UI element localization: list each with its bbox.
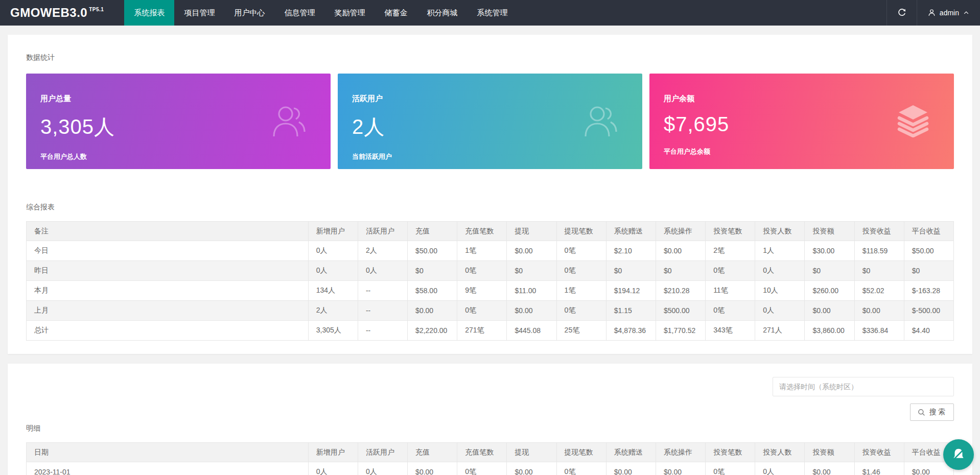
refresh-button[interactable]	[887, 0, 917, 26]
cell: $0.00	[408, 301, 457, 321]
cell: 0笔	[457, 462, 507, 475]
column-header: 提现	[507, 443, 556, 462]
cell: $0.00	[606, 462, 656, 475]
cell: 0笔	[556, 241, 606, 261]
layers-icon	[895, 104, 931, 139]
users-icon	[270, 102, 308, 141]
cell: 上月	[27, 301, 309, 321]
search-button-label: 搜索	[929, 408, 947, 417]
cell: 0笔	[556, 462, 606, 475]
cell: $1.15	[606, 301, 656, 321]
nav-item-6[interactable]: 储蓄金	[375, 0, 417, 26]
cell: $260.00	[805, 281, 854, 301]
cell: 本月	[27, 281, 309, 301]
cell: $0	[656, 261, 705, 281]
username: admin	[940, 9, 959, 17]
nav-item-2[interactable]: 项目管理	[174, 0, 224, 26]
cell: $0.00	[656, 462, 705, 475]
user-dropdown[interactable]: admin	[917, 0, 980, 26]
cell: 11笔	[706, 281, 755, 301]
refresh-icon	[897, 8, 907, 18]
table-row: 本月134人--$58.009笔$11.001笔$194.12$210.2811…	[27, 281, 954, 301]
header-row: 日期新增用户活跃用户充值充值笔数提现提现笔数系统赠送系统操作投资笔数投资人数投资…	[27, 443, 954, 462]
cell: $-163.28	[904, 281, 953, 301]
cell: 10人	[755, 281, 805, 301]
table-row: 昨日0人0人$00笔$00笔$0$00笔0人$0$0$0	[27, 261, 954, 281]
chevron-up-icon	[963, 9, 970, 16]
cell: 9笔	[457, 281, 507, 301]
nav-item-7[interactable]: 积分商城	[417, 0, 467, 26]
cell: $0	[805, 261, 854, 281]
cell: 134人	[308, 281, 358, 301]
top-navbar: GMOWEB3.0 TP5.1 系统报表项目管理用户中心信息管理奖励管理储蓄金积…	[0, 0, 980, 26]
cell: 0人	[755, 301, 805, 321]
nav-item-3[interactable]: 用户中心	[224, 0, 274, 26]
search-button[interactable]: 搜索	[910, 403, 954, 421]
nav-item-4[interactable]: 信息管理	[274, 0, 324, 26]
column-header: 投资人数	[755, 222, 805, 241]
column-header: 平台收益	[904, 222, 953, 241]
cell: $0.00	[507, 241, 556, 261]
cell: 0人	[358, 261, 407, 281]
column-header: 提现	[507, 222, 556, 241]
cell: $0.00	[854, 301, 904, 321]
summary-section-title: 综合报表	[26, 203, 954, 211]
column-header: 充值	[408, 222, 457, 241]
column-header: 备注	[27, 222, 309, 241]
cell: $3,860.00	[805, 321, 854, 341]
cell: 0笔	[706, 301, 755, 321]
stats-section-title: 数据统计	[26, 53, 954, 61]
column-header: 系统操作	[656, 222, 705, 241]
stat-card-subtitle: 平台用户总人数	[40, 152, 331, 161]
cell: 2人	[308, 301, 358, 321]
cell: $4.40	[904, 321, 953, 341]
cell: 2023-11-01	[27, 462, 309, 475]
detail-section-title: 明细	[26, 424, 954, 432]
column-header: 充值笔数	[457, 443, 507, 462]
cell: $52.02	[854, 281, 904, 301]
cell: $2.10	[606, 241, 656, 261]
stat-card-user-balance: 用户余额 $7,695 平台用户总余额	[649, 74, 954, 169]
cell: 271人	[755, 321, 805, 341]
nav-item-5[interactable]: 奖励管理	[324, 0, 375, 26]
main-menu: 系统报表项目管理用户中心信息管理奖励管理储蓄金积分商城系统管理	[124, 0, 517, 26]
stats-panel: 数据统计 用户总量 3,305人 平台用户总人数 活跃用户 2人 当前活跃用户	[8, 35, 972, 354]
stat-cards: 用户总量 3,305人 平台用户总人数 活跃用户 2人 当前活跃用户	[26, 74, 954, 169]
cell: 0人	[358, 462, 407, 475]
nav-item-1[interactable]: 系统报表	[124, 0, 174, 26]
column-header: 投资额	[805, 222, 854, 241]
cell: --	[358, 281, 407, 301]
cell: 0人	[755, 261, 805, 281]
column-header: 日期	[27, 443, 309, 462]
mute-notifications-button[interactable]	[943, 439, 974, 470]
bell-slash-icon	[950, 446, 967, 463]
cell: $210.28	[656, 281, 705, 301]
search-icon	[917, 408, 926, 417]
cell: $0.00	[656, 241, 705, 261]
cell: 0笔	[556, 261, 606, 281]
cell: $11.00	[507, 281, 556, 301]
detail-panel: 搜索 明细 日期新增用户活跃用户充值充值笔数提现提现笔数系统赠送系统操作投资笔数…	[8, 364, 972, 475]
column-header: 投资人数	[755, 443, 805, 462]
column-header: 活跃用户	[358, 222, 407, 241]
stat-card-total-users: 用户总量 3,305人 平台用户总人数	[26, 74, 331, 169]
cell: $4,878.36	[606, 321, 656, 341]
cell: 昨日	[27, 261, 309, 281]
cell: 0笔	[706, 261, 755, 281]
cell: 1人	[755, 241, 805, 261]
summary-table: 备注新增用户活跃用户充值充值笔数提现提现笔数系统赠送系统操作投资笔数投资人数投资…	[26, 221, 954, 341]
navbar-right: admin	[886, 0, 980, 26]
cell: 0人	[308, 261, 358, 281]
cell: 1笔	[457, 241, 507, 261]
cell: 0笔	[457, 261, 507, 281]
cell: $30.00	[805, 241, 854, 261]
stat-card-label: 用户余额	[664, 94, 954, 104]
cell: $0	[904, 261, 953, 281]
stat-card-subtitle: 当前活跃用户	[352, 152, 642, 161]
cell: 1笔	[556, 281, 606, 301]
column-header: 新增用户	[308, 222, 358, 241]
cell: $-500.00	[904, 301, 953, 321]
date-range-input[interactable]	[773, 377, 954, 396]
nav-item-8[interactable]: 系统管理	[467, 0, 517, 26]
cell: --	[358, 321, 407, 341]
